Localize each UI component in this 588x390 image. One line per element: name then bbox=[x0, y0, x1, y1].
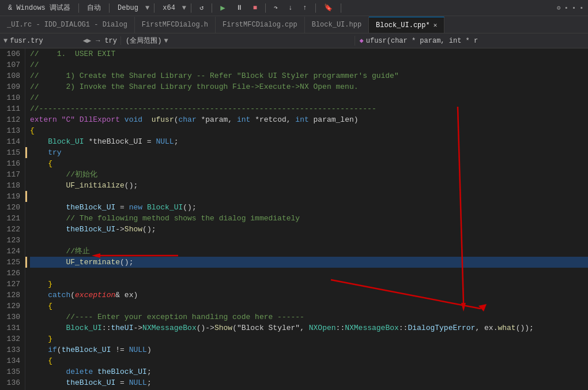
token-fn: UF_terminate bbox=[66, 257, 120, 268]
token-op: ; bbox=[174, 136, 179, 147]
nav-left: ▼ fusr.try ◀▶ → try bbox=[0, 36, 121, 45]
token-cmt: // 1) Create the Shared Library -- Refer… bbox=[30, 70, 399, 81]
toolbar-sep-7 bbox=[315, 3, 316, 13]
nav-center-dropdown-icon[interactable]: ▼ bbox=[164, 37, 168, 45]
code-line-118: UF_initialize(); bbox=[30, 180, 588, 191]
line-number-116: 116 bbox=[5, 158, 20, 169]
token-op: ; bbox=[147, 377, 152, 388]
token-op bbox=[30, 213, 66, 224]
tab-dialog-rc[interactable]: _UI.rc - IDD_DIALOG1 - Dialog bbox=[0, 17, 135, 33]
toolbar-x64[interactable]: x64 bbox=[159, 3, 179, 13]
line-number-130: 130 bbox=[5, 312, 20, 322]
line-number-118: 118 bbox=[5, 180, 20, 191]
toolbar-arrow-x64: ▼ bbox=[182, 4, 186, 12]
token-cmt: //--------------------------------------… bbox=[30, 103, 376, 114]
token-cn: Block_UI bbox=[48, 136, 84, 147]
tab-block-hpp[interactable]: Block_UI.hpp bbox=[305, 17, 369, 33]
token-op bbox=[30, 180, 66, 191]
token-op: (); bbox=[142, 224, 156, 235]
toolbar-pause-icon[interactable]: ⏸ bbox=[232, 2, 246, 13]
code-line-131: Block_UI::theUI->NXMessageBox()->Show("B… bbox=[30, 322, 588, 333]
token-op bbox=[30, 333, 48, 344]
line-number-117: 117 bbox=[5, 169, 20, 180]
toolbar-debug[interactable]: Debug bbox=[114, 3, 142, 13]
code-line-109: // 2) Invoke the Shared Library through … bbox=[30, 81, 588, 92]
code-line-125: UF_terminate(); bbox=[30, 257, 588, 268]
toolbar-sep-4 bbox=[191, 3, 191, 13]
toolbar-sep-6 bbox=[265, 3, 266, 13]
code-line-123 bbox=[30, 235, 588, 246]
token-var: theBlock_UI bbox=[66, 377, 115, 388]
token-cn: NXMessageBox bbox=[142, 322, 197, 333]
tab-close-block-cpp[interactable]: ✕ bbox=[434, 21, 438, 29]
token-op bbox=[30, 344, 48, 355]
token-fn: what bbox=[497, 322, 515, 333]
token-op bbox=[142, 114, 152, 125]
token-op bbox=[30, 322, 66, 333]
token-op bbox=[30, 377, 66, 388]
token-kw: catch bbox=[48, 290, 70, 301]
token-kw: void bbox=[125, 114, 142, 125]
token-var: theBlock_UI bbox=[66, 224, 115, 235]
toolbar-refresh-icon[interactable]: ↺ bbox=[196, 2, 207, 13]
token-zh: //终止 bbox=[66, 246, 90, 257]
token-op bbox=[30, 301, 48, 312]
token-op bbox=[30, 147, 48, 158]
token-op: = bbox=[115, 377, 129, 388]
line-number-109: 109 bbox=[5, 81, 20, 92]
code-line-108: // 1) Create the Shared Library -- Refer… bbox=[30, 70, 588, 81]
toolbar-step-in-icon[interactable]: ↓ bbox=[285, 3, 296, 13]
token-op: = bbox=[115, 202, 129, 213]
tab-label-block-hpp: Block_UI.hpp bbox=[312, 21, 361, 29]
token-cmt: // 2) Invoke the Shared Library through … bbox=[30, 81, 359, 92]
token-kw: delete bbox=[66, 366, 93, 377]
nav-right: ◆ ufusr(char * param, int * r bbox=[355, 36, 589, 45]
token-op bbox=[30, 279, 48, 290]
token-op: ()-> bbox=[197, 322, 214, 333]
toolbar-stop-icon[interactable]: ■ bbox=[250, 3, 261, 13]
line-number-119: 119 bbox=[5, 191, 20, 202]
code-line-129: { bbox=[30, 301, 588, 312]
token-op bbox=[93, 366, 97, 377]
nav-right-text: ufusr(char * param, int * r bbox=[366, 37, 478, 45]
line-number-132: 132 bbox=[5, 333, 20, 344]
toolbar-step-out-icon[interactable]: ↑ bbox=[299, 3, 310, 13]
tab-first-h[interactable]: FirstMFCDialog.h bbox=[135, 17, 216, 33]
token-macro: extern "C" DllExport bbox=[30, 114, 120, 125]
line-number-127: 127 bbox=[5, 279, 20, 290]
nav-left-text[interactable]: fusr.try bbox=[10, 37, 81, 45]
token-brace: } bbox=[48, 279, 52, 290]
tab-first-cpp[interactable]: FirstMFCDialog.cpp bbox=[216, 17, 305, 33]
token-brace: { bbox=[30, 125, 35, 136]
token-cmt: // bbox=[30, 59, 39, 70]
code-line-128: catch(exception& ex) bbox=[30, 290, 588, 301]
code-line-133: if(theBlock_UI != NULL) bbox=[30, 344, 588, 355]
toolbar: & Windows 调试器 自动 Debug ▼ x64 ▼ ↺ ▶ ⏸ ■ ↷… bbox=[0, 0, 588, 16]
token-op: (); bbox=[183, 202, 196, 213]
token-brace: { bbox=[48, 301, 52, 312]
nav-center-text[interactable]: (全局范围) bbox=[126, 36, 161, 46]
token-op: param_len) bbox=[309, 114, 359, 125]
toolbar-windows-debugger[interactable]: & Windows 调试器 bbox=[5, 2, 74, 14]
code-line-117: //初始化 bbox=[30, 169, 588, 180]
token-fn: ufusr bbox=[152, 114, 174, 125]
token-op bbox=[30, 290, 48, 301]
nav-left-arrows[interactable]: ◀▶ bbox=[83, 36, 91, 45]
tab-block-cpp[interactable]: Block_UI.cpp* ✕ bbox=[369, 17, 444, 33]
code-content[interactable]: // 1. USER EXIT//// 1) Create the Shared… bbox=[25, 48, 588, 390]
line-number-107: 107 bbox=[5, 59, 20, 70]
code-line-136: theBlock_UI = NULL; bbox=[30, 377, 588, 388]
toolbar-step-over-icon[interactable]: ↷ bbox=[270, 2, 281, 13]
code-line-127: } bbox=[30, 279, 588, 290]
toolbar-bookmark-icon[interactable]: 🔖 bbox=[321, 2, 336, 13]
nav-try-text: try bbox=[104, 37, 117, 45]
token-op bbox=[30, 158, 48, 169]
token-cn: Block_UI bbox=[66, 322, 101, 333]
token-op: *retcod, bbox=[250, 114, 295, 125]
token-op: ( bbox=[70, 290, 75, 301]
toolbar-play-icon[interactable]: ▶ bbox=[217, 2, 228, 14]
toolbar-more-icons: ⚙ ▪ ▪ ▪ bbox=[557, 4, 583, 12]
token-op: ( bbox=[174, 114, 179, 125]
code-line-126 bbox=[30, 268, 588, 279]
toolbar-auto[interactable]: 自动 bbox=[84, 2, 104, 14]
